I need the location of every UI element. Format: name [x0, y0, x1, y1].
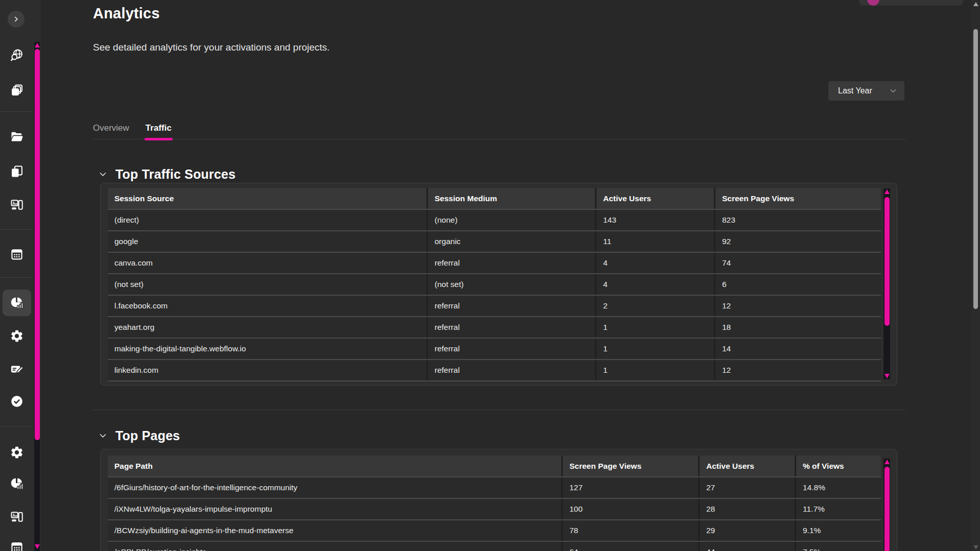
sidebar-item-stack[interactable]	[3, 77, 31, 104]
table-cell: 28	[698, 499, 795, 519]
table-row: making-the-digital-tangible.webflow.iore…	[108, 339, 881, 360]
sidebar-item-calendar[interactable]	[3, 534, 31, 551]
tab-traffic[interactable]: Traffic	[146, 117, 172, 139]
table-cell: /BCWzsiy/building-ai-agents-in-the-mud-m…	[108, 520, 561, 541]
sidebar-item-globe-search[interactable]	[3, 42, 31, 68]
table-cell: 64	[561, 542, 698, 551]
table-cell: 74	[714, 253, 881, 273]
sidebar-divider	[0, 111, 33, 112]
sidebar-scrollbar-up-arrow-icon[interactable]	[35, 43, 40, 47]
table-cell: 11	[595, 231, 714, 252]
card-edit-icon	[10, 362, 24, 376]
pie-chart-icon	[10, 296, 24, 310]
column-header: Screen Page Views	[714, 188, 881, 209]
table-row: linkedin.comreferral112	[108, 360, 881, 381]
sidebar-item-folder-open[interactable]	[3, 124, 31, 150]
collapse-chevron-icon[interactable]	[98, 170, 108, 179]
scrollbar-up-arrow-icon[interactable]	[885, 460, 890, 464]
table-cell: 4	[595, 253, 714, 273]
table-scrollbar[interactable]	[883, 188, 890, 379]
table-cell: 6	[714, 274, 881, 295]
table-cell: 2	[595, 296, 714, 316]
folder-open-icon	[10, 130, 24, 144]
sidebar-scrollbar-thumb[interactable]	[35, 49, 40, 440]
column-header: Screen Page Views	[561, 456, 698, 476]
table-cell: 12	[714, 296, 881, 316]
table-cell: 1	[595, 360, 714, 380]
page-scrollbar-thumb[interactable]	[973, 29, 978, 309]
sidebar-expand-button[interactable]	[8, 11, 25, 28]
user-pill[interactable]	[859, 0, 963, 6]
scrollbar-up-arrow-icon[interactable]	[885, 189, 890, 194]
section-header-top-traffic-sources: Top Traffic Sources	[98, 166, 235, 182]
table-cell: (not set)	[108, 274, 426, 295]
table-cell: 143	[595, 210, 714, 230]
sidebar-item-pie-chart[interactable]	[3, 470, 31, 497]
calendar-icon	[10, 247, 24, 261]
sidebar-divider	[0, 277, 33, 278]
table-cell: referral	[426, 253, 595, 273]
check-circle-icon	[10, 394, 24, 409]
scrollbar-down-arrow-icon[interactable]	[885, 374, 890, 378]
table-cell: (not set)	[426, 274, 595, 295]
table-cell: 29	[698, 520, 795, 541]
section-title: Top Pages	[115, 428, 180, 443]
sidebar-item-check-circle[interactable]	[3, 388, 31, 415]
table-row: canva.comreferral474	[108, 253, 881, 274]
sidebar-item-device-screens[interactable]	[3, 191, 31, 218]
sidebar-item-calendar[interactable]	[3, 241, 31, 268]
table-cell: referral	[426, 296, 595, 316]
scrollbar-thumb[interactable]	[885, 467, 890, 551]
column-header: Session Medium	[426, 188, 595, 209]
table-cell: 823	[714, 210, 881, 230]
table-row: (not set)(not set)46	[108, 274, 881, 296]
sidebar-item-pie-chart[interactable]	[3, 290, 31, 316]
page-title: Analytics	[93, 5, 160, 22]
page-subtitle: See detailed analytics for your activati…	[93, 42, 330, 53]
sidebar-scrollbar-down-arrow-icon[interactable]	[35, 544, 40, 549]
table-cell: referral	[426, 339, 595, 359]
sidebar-item-card-edit[interactable]	[3, 356, 31, 382]
table-cell: referral	[426, 317, 595, 338]
table-cell: 9.1%	[795, 520, 881, 541]
active-tab-underline	[145, 138, 173, 140]
sidebar-item-copy-pages[interactable]	[3, 158, 31, 185]
table-row: l.facebook.comreferral212	[108, 296, 881, 317]
main-content: Analytics See detailed analytics for you…	[41, 0, 980, 551]
table-cell: referral	[426, 360, 595, 380]
table-cell: organic	[426, 231, 595, 252]
table-cell: 1	[595, 339, 714, 359]
table-cell: 27	[698, 477, 795, 498]
table-cell: 12	[714, 360, 881, 380]
table-row: /iXNw4LW/tolga-yayalars-impulse-imprompt…	[108, 499, 881, 520]
page-scrollbar-up-arrow-icon[interactable]	[973, 2, 978, 6]
table-cell: 78	[561, 520, 698, 541]
table-cell: 1	[595, 317, 714, 338]
table-cell: 14.8%	[795, 477, 881, 498]
table-cell: 92	[714, 231, 881, 252]
table-cell: 127	[561, 477, 698, 498]
date-range-label: Last Year	[838, 86, 872, 95]
sidebar-item-gear[interactable]	[3, 439, 31, 466]
table-header-row: Session SourceSession MediumActive Users…	[108, 188, 881, 210]
table-row: googleorganic1192	[108, 231, 881, 253]
pie-chart-icon	[10, 476, 24, 491]
table-cell: /iXNw4LW/tolga-yayalars-impulse-imprompt…	[108, 499, 561, 519]
table-cell: (direct)	[108, 210, 426, 230]
table-cell: 4	[595, 274, 714, 295]
tab-overview[interactable]: Overview	[93, 117, 129, 139]
sidebar-item-gear[interactable]	[3, 323, 31, 349]
date-range-dropdown[interactable]: Last Year	[828, 81, 904, 101]
table-scrollbar[interactable]	[883, 459, 890, 551]
scrollbar-thumb[interactable]	[885, 197, 890, 326]
table-cell: making-the-digital-tangible.webflow.io	[108, 339, 426, 359]
table-cell: /aBPLBB/curation-insights	[108, 542, 561, 551]
table-cell: linkedin.com	[108, 360, 426, 380]
sidebar-item-device-screens[interactable]	[3, 504, 31, 530]
page-scrollbar-down-arrow-icon[interactable]	[973, 545, 978, 549]
table-cell: 18	[714, 317, 881, 338]
chevron-right-icon	[12, 15, 20, 23]
table-cell: 100	[561, 499, 698, 519]
tab-label: Traffic	[146, 123, 172, 133]
collapse-chevron-icon[interactable]	[98, 431, 108, 441]
